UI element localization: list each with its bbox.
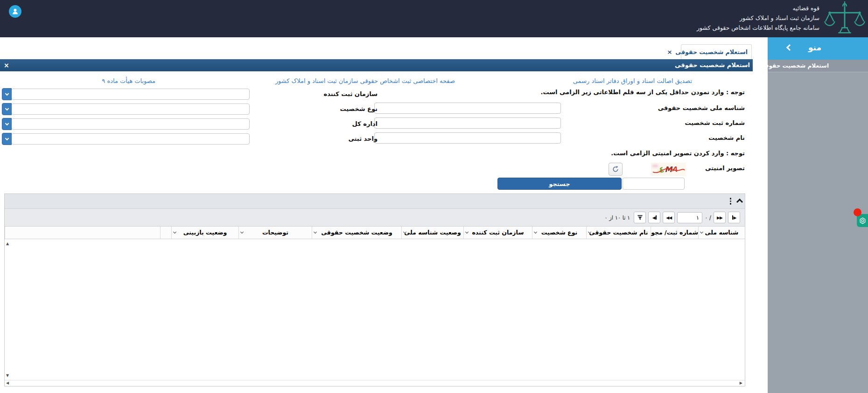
label-national-id: شناسه ملی شخصیت حقوقی — [658, 104, 745, 111]
entity-type-dropdown-button[interactable] — [2, 103, 12, 115]
column-header-filler — [5, 227, 160, 239]
user-avatar-icon[interactable] — [9, 5, 21, 18]
column-menu-chevron-icon[interactable] — [700, 230, 703, 234]
column-header-label: نوع شخصیت — [541, 229, 577, 236]
column-menu-chevron-icon[interactable] — [314, 230, 317, 234]
link-legal-entities-registration-page[interactable]: صفحه اختصاصی ثبت اشخاص حقوقی سازمان ثبت … — [275, 77, 455, 84]
last-page-icon: ▶ — [734, 215, 736, 220]
org-line-1: قوه قضائیه — [697, 3, 819, 13]
grid-body-empty: ▲ ▼ — [5, 239, 745, 380]
column-header[interactable]: نام شخصیت حقوقی — [586, 227, 651, 239]
column-menu-chevron-icon[interactable] — [173, 230, 176, 234]
grid-pager: ▶ ▶▶ / ۰ ◀◀ ◀ ۱ تا ۱۰ از ۰ — [5, 209, 745, 227]
scroll-left-icon[interactable]: ◀ — [6, 381, 9, 385]
captcha-input[interactable] — [623, 178, 685, 190]
sidebar-item-legal-entity-inquiry[interactable]: استعلام شخصیت حقوقی — [768, 60, 868, 72]
search-button[interactable]: جستجو — [497, 178, 622, 190]
tab-legal-entity-inquiry[interactable]: استعلام شخصیت حقوقی × — [681, 44, 752, 59]
column-menu-chevron-icon[interactable] — [465, 230, 469, 234]
label-captcha: تصویر امنیتی — [705, 165, 745, 172]
org-line-2: سازمان ثبت اسناد و املاک کشور — [697, 13, 819, 23]
scroll-up-icon[interactable]: ▲ — [6, 241, 9, 246]
registering-organization-input[interactable] — [11, 89, 250, 100]
column-header[interactable]: توضیحات — [238, 227, 312, 239]
org-line-3: سامانه جامع پایگاه اطلاعات اشخاص حقوقی ک… — [697, 23, 819, 33]
column-menu-chevron-icon[interactable] — [240, 230, 244, 234]
results-grid: ▶ ▶▶ / ۰ ◀◀ ◀ ۱ تا ۱۰ از ۰ شناسه ملیشمار… — [4, 193, 745, 386]
column-header-label: سازمان ثبت کننده — [472, 229, 524, 236]
grid-toolbar — [5, 194, 745, 209]
page-number-input[interactable] — [677, 212, 702, 223]
person-icon — [11, 7, 19, 15]
link-article9-resolutions[interactable]: مصوبات هیأت ماده ۹ — [102, 77, 155, 84]
column-header-label: شناسه ملی — [705, 229, 739, 236]
total-pages-label: / ۰ — [705, 214, 711, 221]
general-office-input[interactable] — [11, 118, 250, 130]
scroll-right-icon[interactable]: ▶ — [740, 381, 742, 385]
label-registration-number: شماره ثبت شخصیت — [685, 119, 745, 126]
column-header-label: وصعیت شناسه ملی — [404, 229, 461, 236]
column-header[interactable]: نوع شخصیت — [532, 227, 586, 239]
chevron-down-icon — [5, 106, 8, 110]
column-header-label: وضعیت شخصیت حقوقی — [321, 229, 392, 236]
panel-close-icon[interactable]: × — [4, 59, 9, 71]
captcha-scribble — [651, 163, 686, 176]
column-header-label: نام شخصیت حقوقی — [589, 229, 648, 236]
column-header[interactable]: شناسه ملی — [698, 227, 745, 239]
grid-menu-dots-icon[interactable] — [730, 197, 732, 205]
chevron-down-icon — [5, 121, 8, 125]
column-header[interactable]: وصعیت شناسه ملی — [401, 227, 463, 239]
label-entity-type: نوع شخصیت — [340, 105, 378, 112]
tab-close-icon[interactable]: × — [667, 49, 672, 55]
label-registering-organization: سازمان ثبت کننده — [323, 90, 378, 97]
column-menu-chevron-icon[interactable] — [534, 230, 537, 234]
entity-name-input[interactable] — [374, 132, 561, 144]
national-id-input[interactable] — [374, 103, 561, 114]
top-header: قوه قضائیه سازمان ثبت اسناد و املاک کشور… — [0, 0, 868, 37]
sidebar: منو استعلام شخصیت حقوقی — [768, 37, 868, 393]
refresh-icon — [612, 165, 619, 173]
panel-header: استعلام شخصیت حقوقی × — [0, 59, 753, 71]
captcha-image: ٤ M A — [651, 163, 686, 176]
sidebar-menu-header[interactable]: منو — [768, 37, 868, 60]
registering-organization-dropdown-button[interactable] — [2, 88, 12, 100]
label-entity-name: نام شخصیت — [708, 134, 745, 141]
registry-unit-input[interactable] — [11, 133, 250, 145]
entity-type-input[interactable] — [11, 103, 250, 115]
previous-page-button[interactable]: ◀◀ — [663, 212, 675, 223]
collapse-up-icon[interactable] — [736, 199, 743, 205]
first-page-icon: ◀ — [652, 215, 655, 220]
link-document-authenticity[interactable]: تصدیق اصالت اسناد و اوراق دفاتر اسناد رس… — [573, 77, 692, 84]
column-header[interactable]: وضعیت بازبینی — [171, 227, 238, 239]
column-header[interactable] — [160, 227, 171, 239]
column-header-label: شماره ثبت/ مجوز — [651, 229, 698, 236]
column-header-label: توضیحات — [262, 229, 288, 236]
label-registry-unit: واحد ثبتی — [348, 135, 378, 142]
column-header[interactable]: سازمان ثبت کننده — [463, 227, 532, 239]
captcha-refresh-button[interactable] — [609, 163, 623, 176]
label-general-office: اداره کل — [352, 120, 378, 127]
general-office-dropdown-button[interactable] — [2, 118, 12, 130]
filter-button[interactable] — [634, 212, 646, 223]
registration-number-input[interactable] — [374, 117, 561, 129]
app-root: قوه قضائیه سازمان ثبت اسناد و املاک کشور… — [0, 0, 868, 393]
filter-funnel-icon — [637, 214, 643, 221]
hexagon-gear-icon — [859, 217, 866, 224]
first-page-button[interactable]: ◀ — [648, 212, 660, 223]
registry-unit-dropdown-button[interactable] — [2, 133, 12, 145]
notification-dot — [854, 208, 861, 216]
tab-label: استعلام شخصیت حقوقی — [675, 48, 748, 55]
previous-page-icon: ◀◀ — [666, 215, 672, 220]
grid-horizontal-scrollbar[interactable]: ◀ ▶ — [5, 380, 745, 386]
panel-title: استعلام شخصیت حقوقی — [675, 59, 750, 71]
chevron-down-icon — [5, 91, 8, 95]
scroll-down-icon[interactable]: ▼ — [6, 373, 9, 378]
column-header[interactable]: وضعیت شخصیت حقوقی — [312, 227, 401, 239]
last-page-button[interactable]: ▶ — [728, 212, 740, 223]
column-header[interactable]: شماره ثبت/ مجوز — [651, 227, 698, 239]
next-page-button[interactable]: ▶▶ — [714, 212, 726, 223]
chevron-left-icon[interactable] — [786, 44, 793, 51]
justice-scales-logo — [824, 0, 865, 39]
org-title-block: قوه قضائیه سازمان ثبت اسناد و املاک کشور… — [697, 3, 819, 33]
notice-captcha-required: توجه : وارد کردن تصویر امنیتی الزامی است… — [611, 150, 745, 157]
